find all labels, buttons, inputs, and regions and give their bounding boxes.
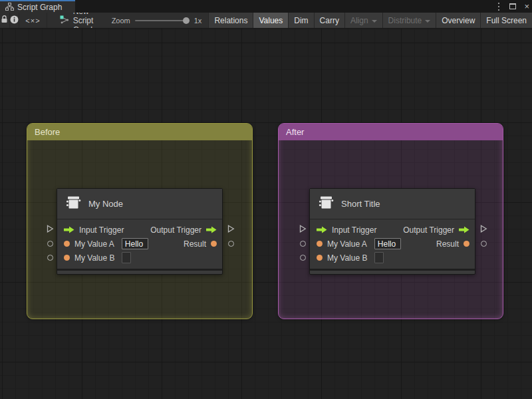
- value-port-icon[interactable]: [464, 241, 469, 247]
- relations-label: Relations: [214, 16, 247, 25]
- node-body: Input Trigger Output Trigger My Valu: [310, 219, 475, 269]
- close-icon[interactable]: ×: [524, 2, 529, 11]
- trigger-arrow-icon[interactable]: [459, 224, 469, 236]
- new-script-graph-label: New Script Graph: [73, 13, 98, 29]
- my-value-a-input[interactable]: [374, 238, 401, 249]
- input-trigger-label: Input Trigger: [79, 225, 124, 235]
- graph-node-icon: [60, 15, 69, 26]
- inspect-button[interactable]: [10, 13, 20, 28]
- chevron-down-icon: [372, 20, 377, 23]
- values-button[interactable]: Values: [253, 13, 288, 28]
- lock-button[interactable]: [0, 13, 10, 28]
- node-header[interactable]: My Node: [57, 189, 222, 219]
- node-header[interactable]: Short Title: [310, 189, 475, 219]
- group-before-title: Before: [35, 127, 60, 137]
- zoom-label: Zoom: [112, 17, 130, 25]
- edit-script-button[interactable]: <×>: [19, 13, 47, 28]
- value-port-icon[interactable]: [64, 255, 70, 261]
- my-value-a-label: My Value A: [74, 239, 114, 249]
- trigger-arrow-icon[interactable]: [64, 224, 74, 236]
- output-trigger-outer-port[interactable]: [226, 224, 235, 233]
- my-value-a-outer-port[interactable]: [298, 239, 307, 248]
- node-my-node[interactable]: My Node Input Trigger Output Trigger: [57, 188, 223, 275]
- output-trigger-outer-port[interactable]: [479, 224, 488, 233]
- my-value-a-input[interactable]: [122, 238, 148, 249]
- tab-title: Script Graph: [17, 3, 62, 12]
- overview-button[interactable]: Overview: [436, 13, 480, 28]
- full-screen-button[interactable]: Full Screen: [480, 13, 532, 28]
- dim-button[interactable]: Dim: [288, 13, 313, 28]
- trigger-arrow-icon[interactable]: [317, 224, 327, 236]
- tab-script-graph[interactable]: Script Graph: [0, 0, 75, 13]
- tab-bar: Script Graph ×: [0, 0, 532, 13]
- node-short-title-wrapper: Short Title Input Trigger Output Trigger: [297, 188, 489, 275]
- value-port-icon[interactable]: [211, 241, 217, 247]
- distribute-label: Distribute: [388, 16, 422, 25]
- my-value-b-label: My Value B: [74, 253, 114, 263]
- output-trigger-label: Output Trigger: [150, 225, 201, 235]
- my-value-b-input[interactable]: [374, 252, 384, 263]
- new-script-graph-button[interactable]: New Script Graph: [53, 13, 105, 28]
- value-port-icon[interactable]: [317, 241, 323, 247]
- group-after-header[interactable]: After: [279, 124, 503, 140]
- window-controls: ×: [496, 0, 529, 13]
- node-my-node-wrapper: My Node Input Trigger Output Trigger: [44, 188, 237, 275]
- graph-toolbar: <×> New Script Graph Zoom 1x Rela: [0, 13, 532, 29]
- dim-label: Dim: [294, 16, 308, 25]
- zoom-slider-track: [135, 20, 190, 21]
- align-label: Align: [350, 16, 368, 25]
- result-label: Result: [184, 239, 206, 249]
- port-row: My Value A Result: [57, 237, 222, 251]
- toolbar-spacer: [47, 13, 53, 28]
- chevron-down-icon: [425, 20, 430, 23]
- result-outer-port[interactable]: [479, 239, 488, 248]
- carry-button[interactable]: Carry: [314, 13, 344, 28]
- port-row: Input Trigger Output Trigger: [57, 223, 222, 237]
- custom-node-icon: [65, 194, 82, 213]
- my-value-b-label: My Value B: [327, 253, 367, 263]
- result-outer-port[interactable]: [226, 239, 235, 248]
- result-label: Result: [436, 239, 459, 249]
- input-trigger-label: Input Trigger: [332, 225, 376, 235]
- custom-node-icon: [318, 194, 334, 213]
- zoom-control: Zoom 1x: [105, 13, 209, 28]
- my-value-a-outer-port[interactable]: [45, 239, 55, 248]
- output-trigger-label: Output Trigger: [403, 225, 454, 235]
- port-row: My Value A Result: [310, 237, 475, 251]
- node-short-title[interactable]: Short Title Input Trigger Output Trigger: [309, 188, 475, 275]
- script-graph-window: Script Graph ×: [0, 0, 532, 399]
- zoom-slider-handle[interactable]: [183, 17, 190, 24]
- value-port-icon[interactable]: [317, 255, 323, 261]
- values-label: Values: [259, 16, 283, 25]
- group-after-title: After: [286, 127, 304, 137]
- graph-hierarchy-icon: [5, 1, 14, 13]
- menu-kebab-icon[interactable]: [498, 6, 499, 7]
- group-before-header[interactable]: Before: [27, 124, 252, 140]
- distribute-dropdown[interactable]: Distribute: [382, 13, 436, 28]
- my-value-b-input[interactable]: [122, 252, 131, 263]
- maximize-icon[interactable]: [509, 3, 516, 9]
- input-trigger-outer-port[interactable]: [45, 224, 55, 233]
- my-value-b-outer-port[interactable]: [298, 253, 307, 262]
- full-screen-label: Full Screen: [486, 16, 527, 25]
- input-trigger-outer-port[interactable]: [298, 224, 307, 233]
- node-footer: [57, 269, 222, 274]
- graph-canvas[interactable]: Before After: [0, 29, 532, 399]
- node-footer: [310, 269, 475, 274]
- my-value-b-outer-port[interactable]: [45, 253, 55, 262]
- zoom-slider[interactable]: [135, 17, 190, 25]
- relations-button[interactable]: Relations: [208, 13, 253, 28]
- value-port-icon[interactable]: [64, 241, 70, 247]
- node-title: My Node: [88, 199, 123, 209]
- zoom-value: 1x: [194, 17, 202, 25]
- align-dropdown[interactable]: Align: [344, 13, 382, 28]
- carry-label: Carry: [320, 16, 339, 25]
- node-title: Short Title: [341, 199, 380, 209]
- info-icon: [10, 15, 19, 26]
- port-row: Input Trigger Output Trigger: [310, 223, 475, 237]
- trigger-arrow-icon[interactable]: [206, 224, 217, 236]
- code-icon: <×>: [25, 17, 40, 25]
- node-body: Input Trigger Output Trigger My Valu: [57, 219, 222, 269]
- toolbar-button-group: Relations Values Dim Carry Align Distrib…: [208, 13, 532, 28]
- lock-icon: [1, 15, 8, 25]
